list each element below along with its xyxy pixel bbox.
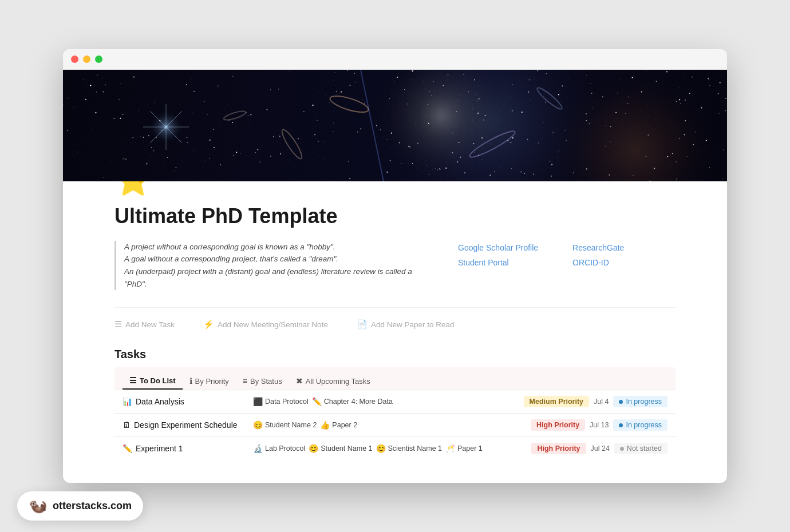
student-portal-link[interactable]: Student Portal [458,258,538,267]
table-row[interactable]: 🗓 Design Experiment Schedule 😊 Student N… [114,413,676,436]
tab-by-status[interactable]: ≡ By Status [236,372,289,390]
task-tags: 🔬 Lab Protocol 😊 Student Name 1 😊 Scient… [253,444,527,453]
info-section: A project without a corresponding goal i… [114,241,676,290]
tag-label: Student Name 1 [321,444,372,452]
tag-label: Scientist Name 1 [388,444,442,452]
task-label: Experiment 1 [136,444,183,453]
quote-text: A project without a corresponding goal i… [124,241,412,290]
add-meeting-label: Add New Meeting/Seminar Note [218,320,328,329]
tag-label: Student Name 2 [265,421,317,429]
task-name: 📊 Data Analysis [123,397,248,406]
table-row[interactable]: ✏️ Experiment 1 🔬 Lab Protocol 😊 Student… [114,436,676,460]
tag-label: Paper 2 [332,421,357,429]
tag-label: Lab Protocol [265,444,305,452]
status-badge: In progress [613,396,667,407]
task-tags: ⬛ Data Protocol ✏️ Chapter 4: More Data [253,397,519,406]
tag-label: Paper 1 [457,444,483,452]
tasks-section: Tasks ☰ To Do List ℹ By Priority ≡ By St… [114,348,676,460]
task-emoji: ✏️ [123,444,132,453]
status-dot [619,423,623,427]
page-content: ⭐ Ultimate PhD Template A project withou… [63,165,727,483]
tab-upcoming-label: All Upcoming Tasks [306,377,370,386]
google-scholar-link[interactable]: Google Scholar Profile [458,243,538,252]
tab-todo-list[interactable]: ☰ To Do List [123,372,183,390]
tab-status-label: By Status [250,377,282,386]
maximize-button[interactable] [95,55,102,63]
task-label: Design Experiment Schedule [134,420,238,430]
tab-todo-icon: ☰ [129,376,137,385]
task-tag: ⬛ Data Protocol [253,397,309,406]
status-dot [620,447,624,451]
links-col-1: Google Scholar Profile Student Portal [458,243,538,273]
add-paper-icon: 📄 [357,319,368,329]
hero-canvas [63,70,727,181]
watermark-logo: 🦦 [29,497,47,515]
status-badge: In progress [613,419,667,431]
table-row[interactable]: 📊 Data Analysis ⬛ Data Protocol ✏️ Chapt… [114,390,676,413]
add-paper-label: Add New Paper to Read [371,320,455,329]
researchgate-link[interactable]: ResearchGate [572,243,624,252]
tag-label: Data Protocol [265,398,309,406]
task-tag: 😊 Student Name 1 [309,444,372,453]
tasks-container: ☰ To Do List ℹ By Priority ≡ By Status ✖… [114,367,676,460]
add-paper-button[interactable]: 📄 Add New Paper to Read [357,317,455,332]
task-date: Jul 4 [594,398,609,406]
add-task-label: Add New Task [125,320,175,329]
quote-block: A project without a corresponding goal i… [114,241,412,290]
add-meeting-button[interactable]: ⚡ Add New Meeting/Seminar Note [203,317,328,332]
priority-badge: Medium Priority [524,396,589,407]
main-window: ⭐ Ultimate PhD Template A project withou… [63,49,727,483]
task-tag: 😊 Scientist Name 1 [376,444,442,453]
task-tag: 👍 Paper 2 [320,420,357,430]
status-dot [619,400,623,404]
tag-label: Chapter 4: More Data [324,398,393,406]
links-section: Google Scholar Profile Student Portal Re… [458,241,624,290]
page-title: Ultimate PhD Template [114,204,676,228]
tasks-tabs: ☰ To Do List ℹ By Priority ≡ By Status ✖… [114,367,676,390]
priority-badge: High Priority [531,443,586,454]
task-name: ✏️ Experiment 1 [123,444,248,453]
titlebar [63,49,727,70]
tab-status-icon: ≡ [243,376,247,386]
task-tag: ✏️ Chapter 4: More Data [312,397,393,406]
watermark: 🦦 otterstacks.com [17,491,143,521]
add-task-icon: ☰ [114,319,122,329]
add-meeting-icon: ⚡ [203,319,214,329]
task-tags: 😊 Student Name 2 👍 Paper 2 [253,420,526,430]
watermark-text: otterstacks.com [53,500,132,512]
minimize-button[interactable] [83,55,90,63]
task-label: Data Analysis [136,397,184,406]
tab-todo-label: To Do List [140,376,176,385]
close-button[interactable] [71,55,78,63]
tab-priority-icon: ℹ [189,376,192,386]
task-date: Jul 13 [590,421,609,429]
task-emoji: 📊 [123,397,132,406]
status-label: In progress [626,398,662,406]
status-label: Not started [627,444,662,452]
tab-by-priority[interactable]: ℹ By Priority [183,372,236,390]
task-tag: 🥂 Paper 1 [445,444,483,453]
status-badge: Not started [614,443,667,454]
priority-badge: High Priority [531,419,585,431]
task-name: 🗓 Design Experiment Schedule [123,420,248,430]
tab-upcoming[interactable]: ✖ All Upcoming Tasks [289,372,377,390]
task-tag: 😊 Student Name 2 [253,420,317,430]
tab-upcoming-icon: ✖ [296,376,303,386]
task-tag: 🔬 Lab Protocol [253,444,305,453]
tab-priority-label: By Priority [195,377,229,386]
task-emoji: 🗓 [123,420,131,430]
orcid-link[interactable]: ORCID-ID [572,258,624,267]
tasks-section-title: Tasks [114,348,676,361]
hero-banner [63,70,727,181]
task-date: Jul 24 [591,444,610,452]
add-buttons-row: ☰ Add New Task ⚡ Add New Meeting/Seminar… [114,307,676,332]
links-col-2: ResearchGate ORCID-ID [572,243,624,273]
status-label: In progress [626,421,662,429]
add-task-button[interactable]: ☰ Add New Task [114,317,175,332]
